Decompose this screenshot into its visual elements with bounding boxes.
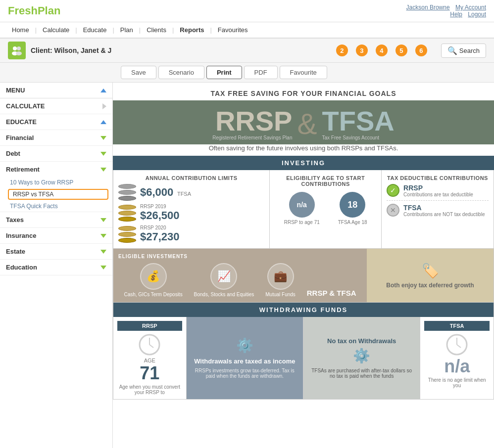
rrsp-ded-label: RRSP bbox=[403, 184, 473, 192]
rrsp2020-label: RRSP 2020 bbox=[140, 225, 180, 230]
my-account-link[interactable]: My Account bbox=[455, 4, 486, 11]
subtitle: Often saving for the future involves usi… bbox=[113, 144, 494, 156]
tfsa-na-sub: There is no age limit when you bbox=[424, 377, 490, 388]
inv-icon-bonds: 📈 Bonds, Stocks and Equities bbox=[194, 263, 254, 297]
scenario-button[interactable]: Scenario bbox=[158, 66, 204, 79]
withdraw-header: WITHDRAWING FUNDS bbox=[113, 303, 494, 317]
favourite-button[interactable]: Favourite bbox=[280, 66, 327, 79]
pdf-button[interactable]: PDF bbox=[244, 66, 278, 79]
sidebar-financial-section: Financial bbox=[0, 130, 112, 146]
banner-ampersand: & bbox=[297, 109, 317, 139]
taxed-desc: RRSPs investments grow tax-deferred. Tax… bbox=[193, 368, 297, 379]
rrsp-tfsa-banner: RRSP Registered Retirement Savings Plan … bbox=[113, 100, 494, 144]
app-logo: FreshPlan bbox=[8, 4, 60, 17]
client-icon bbox=[8, 42, 26, 59]
investing-header: INVESTING bbox=[113, 156, 494, 170]
menu-collapse-icon[interactable] bbox=[100, 89, 106, 92]
rrsp-ded-desc: Contributions are tax deductible bbox=[403, 192, 473, 197]
rrsp2019-amount-area: RRSP 2019 $26,500 bbox=[140, 204, 180, 222]
nav-clients[interactable]: Clients bbox=[143, 24, 170, 36]
step-num-4: 4 bbox=[376, 45, 388, 56]
sidebar-debt-section: Debt bbox=[0, 146, 112, 162]
rrsp2020-amount-area: RRSP 2020 $27,230 bbox=[140, 225, 180, 243]
sidebar-item-insurance[interactable]: Insurance bbox=[0, 228, 112, 243]
sidebar-item-calculate[interactable]: CALCULATE bbox=[0, 98, 112, 114]
rrsp2019-row: RRSP 2019 $26,500 bbox=[118, 204, 264, 222]
sidebar-sub-10ways[interactable]: 10 Ways to Grow RRSP bbox=[0, 177, 112, 188]
step-num-3: 3 bbox=[356, 45, 368, 56]
tfsa-na-num: n/a bbox=[444, 358, 470, 375]
sidebar-item-debt[interactable]: Debt bbox=[0, 146, 112, 161]
rrsp-big: RRSP bbox=[215, 107, 293, 135]
search-button[interactable]: 🔍 Search bbox=[441, 44, 486, 58]
retirement-expand-icon bbox=[100, 168, 106, 172]
tfsa-ded-label: TFSA bbox=[403, 204, 485, 212]
coin-g5 bbox=[118, 232, 136, 237]
eligibility-cell: ELIGIBILITY AGE TO START CONTRIBUTIONS n… bbox=[270, 170, 382, 248]
tfsa-person: 18 TFSA Age 18 bbox=[338, 192, 367, 225]
inv-icon-cash: 💰 Cash, GICs Term Deposits bbox=[124, 263, 182, 297]
sidebar-education-section: Education bbox=[0, 260, 112, 275]
estate-label: Estate bbox=[6, 248, 25, 255]
educate-label: EDUCATE bbox=[6, 118, 37, 126]
eligible-icons-row: 💰 Cash, GICs Term Deposits 📈 Bonds, Stoc… bbox=[118, 263, 362, 297]
help-link[interactable]: Help bbox=[450, 11, 462, 18]
education-label: Education bbox=[6, 264, 37, 271]
sidebar-item-financial[interactable]: Financial bbox=[0, 130, 112, 145]
sidebar-item-education[interactable]: Education bbox=[0, 260, 112, 275]
withdrawing-section: WITHDRAWING FUNDS RRSP AGE 71 Age when y… bbox=[113, 303, 494, 400]
taxed-col: ⚙️ Withdrawals are taxed as income RRSPs… bbox=[187, 317, 303, 399]
nav-bar: Home| Calculate| Educate| Plan| Clients|… bbox=[0, 22, 494, 39]
rrsp2019-coins bbox=[118, 205, 136, 222]
sidebar-item-retirement[interactable]: Retirement bbox=[0, 162, 112, 177]
tfsa-cross-icon: ✕ bbox=[387, 204, 399, 217]
tfsa-big: TFSA bbox=[322, 107, 395, 135]
sidebar-sub-tfsa-facts[interactable]: TFSA Quick Facts bbox=[0, 201, 112, 212]
svg-line-9 bbox=[457, 345, 461, 348]
nav-educate[interactable]: Educate bbox=[79, 24, 111, 36]
client-name: Client: Wilson, Janet & J bbox=[31, 46, 332, 54]
main-layout: MENU CALCULATE EDUCATE Financial Debt bbox=[0, 83, 494, 448]
sidebar-item-taxes[interactable]: Taxes bbox=[0, 212, 112, 227]
save-button[interactable]: Save bbox=[121, 66, 156, 79]
sidebar-insurance-section: Insurance bbox=[0, 228, 112, 244]
step-num-6: 6 bbox=[415, 45, 427, 56]
eligible-inv-title: ELIGIBLE INVESTMENTS bbox=[118, 254, 362, 259]
nav-calculate[interactable]: Calculate bbox=[39, 24, 73, 36]
notax-desc: TFSAs are purchased with after-tax dolla… bbox=[309, 368, 414, 379]
tfsa-label: TFSA bbox=[177, 191, 191, 197]
rrsp-elig-val: n/a bbox=[297, 201, 307, 209]
cash-icon: 💰 bbox=[140, 263, 167, 290]
coin-1 bbox=[118, 184, 136, 189]
sidebar-taxes-section: Taxes bbox=[0, 212, 112, 228]
top-bar: FreshPlan Jackson Browne My Account Help… bbox=[0, 0, 494, 22]
nav-plan[interactable]: Plan bbox=[116, 24, 137, 36]
logout-link[interactable]: Logout bbox=[468, 11, 486, 18]
tfsa-col-label: TFSA bbox=[424, 321, 490, 331]
tfsa-amount-area: $6,000 TFSA bbox=[140, 186, 191, 199]
investing-bottom-grid: ELIGIBLE INVESTMENTS 💰 Cash, GICs Term D… bbox=[113, 249, 494, 303]
rrsp-withdraw-col: RRSP AGE 71 Age when you must convert yo… bbox=[113, 317, 187, 399]
menu-label: MENU bbox=[6, 87, 25, 94]
rrsp2020-row: RRSP 2020 $27,230 bbox=[118, 225, 264, 243]
education-expand-icon bbox=[100, 266, 106, 269]
nav-reports[interactable]: Reports bbox=[176, 24, 208, 36]
sidebar-item-educate[interactable]: EDUCATE bbox=[0, 114, 112, 130]
content-area: TAX FREE SAVING FOR YOUR FINANCIAL GOALS… bbox=[113, 83, 494, 448]
nav-favourites[interactable]: Favourites bbox=[214, 24, 252, 36]
coin-g3 bbox=[118, 217, 136, 222]
username: Jackson Browne bbox=[406, 4, 450, 11]
print-button[interactable]: Print bbox=[206, 66, 242, 79]
sidebar: MENU CALCULATE EDUCATE Financial Debt bbox=[0, 83, 113, 448]
elig-title: ELIGIBILITY AGE TO START CONTRIBUTIONS bbox=[275, 175, 376, 187]
debt-label: Debt bbox=[6, 150, 20, 157]
svg-line-6 bbox=[149, 345, 153, 348]
nav-home[interactable]: Home bbox=[8, 24, 33, 36]
coin-g2 bbox=[118, 211, 136, 216]
sidebar-sub-rrsp-tfsa[interactable]: RRSP vs TFSA bbox=[8, 189, 108, 200]
coin-3 bbox=[118, 196, 136, 201]
svg-point-3 bbox=[16, 51, 22, 55]
svg-point-2 bbox=[17, 46, 21, 50]
logo-plan: Plan bbox=[38, 4, 60, 17]
sidebar-item-estate[interactable]: Estate bbox=[0, 244, 112, 259]
